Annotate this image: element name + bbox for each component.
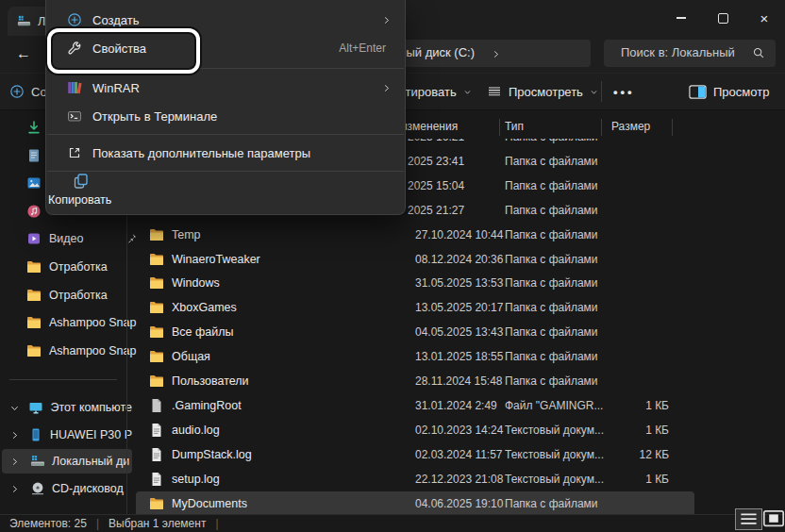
- context-menu-item-show-more-options[interactable]: Показать дополнительные параметры: [46, 139, 405, 167]
- date-modified: 28.11.2024 15:48: [415, 374, 503, 388]
- column-divider[interactable]: [499, 119, 500, 136]
- wrench-icon: [67, 41, 82, 56]
- context-menu: СоздатьСвойстваAlt+EnterWinRARОткрыть в …: [45, 0, 406, 215]
- sidebar-item-cd-drive[interactable]: CD-дисковод: [2, 476, 132, 501]
- file-row-temp[interactable]: Temp27.10.2024 10:44Папка с файлами: [136, 223, 694, 247]
- date-modified: 08.12.2024 20:36: [415, 253, 503, 266]
- date-modified: 02.10.2023 14:24: [415, 424, 503, 437]
- file-explorer-window: Локальный диск (C:) × ← Локальный диск (…: [0, 0, 785, 532]
- file-type-label: Папка с файлами: [505, 301, 598, 314]
- file-row-winaerotweaker[interactable]: WinaeroTweaker08.12.2024 20:36Папка с фа…: [136, 247, 694, 272]
- file-row-все-файлы[interactable]: Все файлы04.05.2025 13:43Папка с файлами: [136, 320, 694, 344]
- sidebar-item-label: Локальный ди: [52, 455, 129, 468]
- context-menu-item-winrar[interactable]: WinRAR: [46, 74, 405, 102]
- file-row-mydocuments[interactable]: MyDocuments04.06.2025 19:10Папка с файла…: [136, 491, 694, 514]
- menu-item-shortcut: Alt+Enter: [339, 42, 386, 55]
- chevron-down-icon[interactable]: [9, 403, 28, 413]
- file-type-icon: [149, 472, 164, 487]
- file-type-icon: [149, 227, 164, 242]
- date-modified: 2025 23:41: [408, 155, 464, 168]
- chevron-down-icon: [590, 88, 598, 96]
- view-button[interactable]: Просмотреть: [487, 79, 598, 104]
- more-options-button[interactable]: •••: [613, 79, 635, 104]
- file-type-icon: [149, 252, 164, 267]
- column-divider[interactable]: [601, 119, 602, 136]
- sidebar-item-label: Этот компьюте: [50, 401, 132, 414]
- menu-item-label: Свойства: [92, 42, 146, 56]
- date-modified: 02.03.2024 11:57: [415, 448, 503, 461]
- file-name: WinaeroTweaker: [172, 253, 260, 266]
- file-size: 1 КБ: [579, 399, 669, 412]
- date-modified: 31.05.2025 13:53: [415, 276, 503, 290]
- sidebar-item-local-disk[interactable]: Локальный ди: [2, 449, 132, 474]
- preview-panel-icon: [689, 85, 707, 99]
- menu-separator: [47, 134, 404, 135]
- sidebar-divider: [9, 379, 117, 380]
- date-modified: 13.05.2025 20:17: [415, 301, 503, 314]
- expand-icon: [67, 145, 82, 160]
- file-type-label: Папка с файлами: [505, 253, 598, 266]
- breadcrumb-chevron-icon: [491, 48, 501, 58]
- column-header-size[interactable]: Размер: [611, 120, 650, 133]
- file-name: Windows: [172, 276, 220, 290]
- file-row-общая[interactable]: Общая13.01.2025 18:55Папка с файлами: [136, 344, 694, 369]
- file-row-dumpstack-log[interactable]: DumpStack.log02.03.2024 11:57Текстовый д…: [136, 442, 694, 467]
- minimize-button[interactable]: [660, 0, 702, 36]
- preview-button[interactable]: Просмотр: [689, 79, 769, 104]
- details-view-button[interactable]: [735, 508, 762, 530]
- image-icon: [26, 175, 42, 191]
- file-size: 12 КБ: [579, 448, 669, 461]
- copy-icon[interactable]: [73, 173, 90, 190]
- plus-circle-icon: [9, 84, 25, 99]
- file-type-icon: [149, 300, 164, 315]
- sidebar-item-this-pc[interactable]: Этот компьюте: [2, 395, 132, 420]
- file-row-windows[interactable]: Windows31.05.2025 13:53Папка с файлами: [136, 271, 694, 295]
- file-type-label: Папка с файлами: [505, 276, 598, 290]
- file-type-label: Папка с файлами: [505, 179, 598, 192]
- file-row--gamingroot[interactable]: .GamingRoot31.01.2024 2:49Файл "GAMINGR.…: [136, 393, 694, 418]
- chevron-right-icon[interactable]: [9, 484, 30, 494]
- sidebar-item-label: HUAWEI P30 P: [50, 428, 132, 441]
- sidebar-item-label: Ashampoo Snap: [49, 344, 136, 357]
- file-name: XboxGames: [172, 301, 237, 314]
- file-row-пользователи[interactable]: Пользователи28.11.2024 15:48Папка с файл…: [136, 369, 694, 393]
- context-menu-item-open-terminal[interactable]: Открыть в Терминале: [46, 102, 405, 130]
- file-type-label: Папка с файлами: [505, 139, 598, 143]
- sidebar-item-huawei-p30[interactable]: HUAWEI P30 P: [2, 423, 132, 447]
- menu-item-label: Создать: [92, 13, 139, 27]
- menu-item-label: Открыть в Терминале: [92, 109, 217, 124]
- selection-count: Выбран 1 элемент: [109, 517, 206, 530]
- items-count: Элементов: 25: [9, 517, 87, 530]
- close-button[interactable]: ×: [743, 0, 785, 36]
- file-row-audio-log[interactable]: audio.log02.10.2023 14:24Текстовый докум…: [136, 418, 694, 442]
- sidebar-item-label: Отработка: [49, 289, 108, 302]
- context-menu-item-create[interactable]: Создать: [46, 6, 405, 34]
- search-icon: [752, 46, 765, 59]
- file-type-icon: [149, 324, 164, 340]
- file-size: 1 КБ: [579, 473, 669, 486]
- context-menu-item-properties[interactable]: СвойстваAlt+Enter: [46, 34, 405, 62]
- menu-separator: [47, 171, 404, 172]
- back-button[interactable]: ←: [9, 40, 38, 68]
- maximize-button[interactable]: [702, 0, 743, 36]
- file-name: .GamingRoot: [172, 399, 242, 412]
- thumbnail-view-button[interactable]: [762, 508, 785, 528]
- submenu-chevron-icon: [381, 15, 392, 25]
- search-placeholder: Поиск в: Локальный: [621, 45, 735, 59]
- search-input[interactable]: Поиск в: Локальный: [604, 40, 776, 67]
- column-divider[interactable]: [672, 119, 673, 136]
- file-type-label: Папка с файлами: [505, 497, 598, 510]
- disk-icon: [30, 454, 45, 469]
- cd-icon: [30, 481, 45, 496]
- phone-icon: [28, 427, 43, 442]
- music-icon: [26, 204, 42, 219]
- chevron-right-icon[interactable]: [9, 430, 28, 441]
- status-bar: Элементов: 25 | Выбран 1 элемент |: [0, 514, 785, 532]
- file-name: Пользователи: [172, 374, 249, 388]
- file-row-xboxgames[interactable]: XboxGames13.05.2025 20:17Папка с файлами: [136, 295, 694, 320]
- file-type-label: Папка с файлами: [505, 204, 598, 217]
- chevron-right-icon[interactable]: [9, 457, 30, 467]
- column-header-type[interactable]: Тип: [505, 120, 524, 133]
- date-modified: 04.05.2025 13:43: [415, 325, 503, 339]
- file-row-setup-log[interactable]: setup.log22.12.2023 21:08Текстовый докум…: [136, 467, 694, 491]
